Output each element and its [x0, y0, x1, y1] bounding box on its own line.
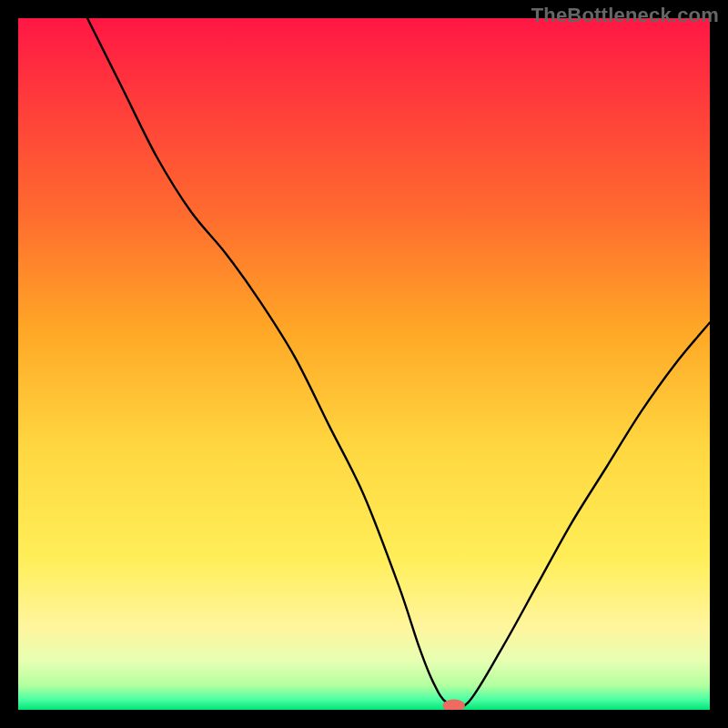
watermark-text: TheBottleneck.com — [531, 4, 719, 27]
plot-svg — [18, 18, 710, 710]
plot-area — [18, 18, 710, 710]
gradient-background — [18, 18, 710, 710]
chart-container: TheBottleneck.com — [0, 0, 728, 728]
